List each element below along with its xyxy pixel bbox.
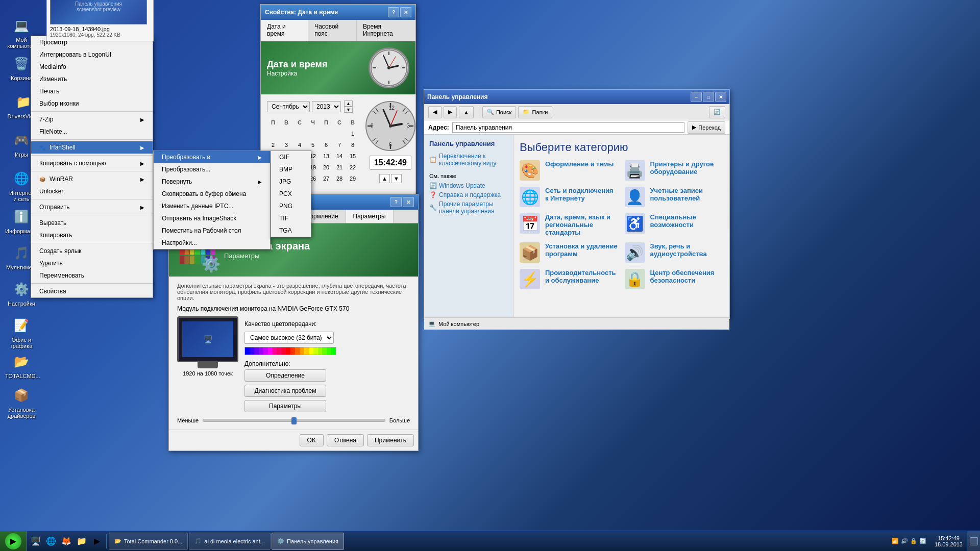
datetime-close-btn[interactable]: ✕ [400, 7, 411, 17]
ctx-send[interactable]: Отправить▶ [31, 201, 153, 213]
ctx-imageshack[interactable]: Отправить на ImageShack [154, 212, 270, 224]
ctx-rename[interactable]: Переименовать [31, 269, 153, 282]
tab-datetime[interactable]: Дата и время [261, 20, 308, 41]
start-button[interactable]: ▶ [0, 531, 27, 552]
cp-close-btn[interactable]: ✕ [715, 92, 726, 102]
ctx-print[interactable]: Печать [31, 85, 153, 97]
year-up-btn[interactable]: ▲ [344, 101, 353, 107]
ctx-convert-dots[interactable]: Преобразовать... [154, 163, 270, 176]
ctx-png[interactable]: PNG [271, 200, 311, 212]
ctx-copy-clipboard[interactable]: Скопировать в буфер обмена [154, 188, 270, 200]
taskbar-clock[interactable]: 15:42:49 18.09.2013 [930, 535, 967, 547]
cp-category-datetime[interactable]: 📅 Дата, время, язык и региональные станд… [520, 213, 619, 236]
ctx-desktop[interactable]: Поместить на Рабочий стол [154, 224, 270, 237]
desktop-icon-totalcmd[interactable]: 📂 TOTALCMD... [5, 352, 38, 379]
taskbar-item-totalcmd[interactable]: 📂 Total Commander 8.0... [109, 533, 188, 550]
ql-desktop[interactable]: 🖥️ [29, 534, 43, 548]
cp-forward-btn[interactable]: ▶ [444, 106, 457, 118]
display-help-btn[interactable]: ? [390, 197, 402, 207]
resolution-slider-thumb[interactable] [291, 417, 297, 424]
ctx-bmp[interactable]: BMP [271, 163, 311, 176]
display-ok-btn[interactable]: OK [300, 434, 324, 446]
cp-category-themes[interactable]: 🎨 Оформление и темы [520, 160, 619, 181]
ctx-icon[interactable]: Выбор иконки [31, 97, 153, 110]
ctx-irfanshell[interactable]: 🐾 IrfanShell ▶ [31, 141, 153, 154]
ctx-logonui[interactable]: Интегрировать в LogonUI [31, 48, 153, 61]
ql-explorer[interactable]: 📁 [75, 534, 89, 548]
quality-select[interactable]: Самое высокое (32 бита) [244, 332, 334, 344]
cp-sidebar-classic[interactable]: 📋 Переключение к классическому виду [429, 152, 508, 168]
btn-diag[interactable]: Диагностика проблем [244, 385, 326, 397]
taskbar: ▶ 🖥️ 🌐 🦊 📁 ▶ 📂 Total Commander 8.0... 🎵 … [0, 531, 980, 551]
desktop-icon-setup[interactable]: 📦 Установкадрайверов [5, 385, 38, 419]
ctx-unlocker[interactable]: Unlocker [31, 185, 153, 197]
ql-firefox[interactable]: 🦊 [59, 534, 74, 548]
btn-params[interactable]: Параметры [244, 400, 326, 412]
cp-sidebar-windows-update[interactable]: 🔄 Windows Update [429, 181, 508, 190]
tab-params[interactable]: Параметры [346, 210, 394, 223]
cp-refresh-btn[interactable]: 🔄 [709, 106, 725, 118]
cp-category-accessibility[interactable]: ♿ Специальные возможности [625, 213, 724, 236]
cp-back-btn[interactable]: ◀ [428, 106, 442, 118]
digital-time: 15:42:49 [370, 156, 411, 170]
ctx-convert-to[interactable]: Преобразовать в▶ [154, 151, 270, 163]
taskbar-item-aldiameola[interactable]: 🎵 al di meola electric ant... [189, 533, 271, 550]
year-select[interactable]: 2013 [312, 101, 341, 112]
cp-min-btn[interactable]: – [691, 92, 702, 102]
address-value[interactable]: Панель управления [452, 122, 684, 133]
ctx-cut[interactable]: Вырезать [31, 217, 153, 229]
datetime-titlebar: Свойства: Дата и время ? ✕ [261, 5, 415, 20]
cp-category-printers[interactable]: 🖨️ Принтеры и другое оборудование [625, 160, 724, 181]
ctx-settings[interactable]: Настройки... [154, 237, 270, 249]
cp-category-sound[interactable]: 🔊 Звук, речь и аудиоустройства [625, 242, 724, 263]
ctx-shortcut[interactable]: Создать ярлык [31, 245, 153, 257]
ctx-iptc[interactable]: Изменить данные IPTC... [154, 200, 270, 212]
ctx-mediainfo[interactable]: MediaInfo [31, 61, 153, 73]
display-apply-btn[interactable]: Применить [367, 434, 414, 446]
cp-max-btn[interactable]: □ [703, 92, 714, 102]
address-go-btn[interactable]: ▶ Переход [688, 121, 725, 134]
ctx-pcx[interactable]: PCX [271, 188, 311, 200]
ctx-properties[interactable]: Свойства [31, 285, 153, 297]
ctx-edit[interactable]: Изменить [31, 73, 153, 85]
show-desktop-btn[interactable] [967, 531, 980, 552]
ctx-7zip[interactable]: 7-Zip▶ [31, 113, 153, 126]
cp-category-users[interactable]: 👤 Учетные записи пользователей [625, 187, 724, 207]
ctx-sep8 [31, 283, 153, 284]
ctx-tif[interactable]: TIF [271, 212, 311, 224]
cp-sidebar-other[interactable]: 🔧 Прочие параметры панели управления [429, 199, 508, 216]
ctx-tga[interactable]: TGA [271, 224, 311, 237]
month-select[interactable]: Сентябрь [267, 101, 310, 112]
time-spin-up[interactable]: ▲ [379, 174, 390, 183]
ctx-gif[interactable]: GIF [271, 151, 311, 163]
ctx-copy-with[interactable]: Копировать с помощью▶ [31, 157, 153, 169]
cp-folders-btn[interactable]: 📁 Папки [518, 106, 552, 118]
ctx-copy[interactable]: Копировать [31, 229, 153, 241]
tab-timezone[interactable]: Часовой пояс [308, 20, 357, 41]
cp-search-btn[interactable]: 🔍 Поиск [482, 106, 516, 118]
tab-internet-time[interactable]: Время Интернета [357, 20, 415, 41]
datetime-help-btn[interactable]: ? [388, 7, 399, 17]
display-cancel-btn[interactable]: Отмена [327, 434, 364, 446]
cp-category-software[interactable]: 📦 Установка и удаление программ [520, 242, 619, 263]
cp-category-performance[interactable]: ⚡ Производительность и обслуживание [520, 269, 619, 289]
ql-ie[interactable]: 🌐 [44, 534, 58, 548]
ctx-view[interactable]: Просмотр [31, 36, 153, 48]
ctx-delete[interactable]: Удалить [31, 257, 153, 269]
display-close-btn[interactable]: ✕ [403, 197, 414, 207]
cp-category-network[interactable]: 🌐 Сеть и подключения к Интернету [520, 187, 619, 207]
ctx-winrar[interactable]: 📦 WinRAR ▶ [31, 173, 153, 185]
accessibility-icon: ♿ [625, 213, 645, 234]
ctx-rotate[interactable]: Повернуть▶ [154, 176, 270, 188]
cp-category-security[interactable]: 🔒 Центр обеспечения безопасности [625, 269, 724, 289]
taskbar-item-controlpanel[interactable]: ⚙️ Панель управления [272, 533, 344, 550]
ctx-filenote[interactable]: FileNote... [31, 126, 153, 138]
cp-up-btn[interactable]: ▲ [459, 106, 474, 118]
ctx-jpg[interactable]: JPG [271, 176, 311, 188]
year-down-btn[interactable]: ▼ [344, 107, 353, 113]
ql-media[interactable]: ▶ [90, 534, 104, 548]
desktop-icon-office[interactable]: 📝 Офис играфика [5, 315, 38, 349]
time-spin-down[interactable]: ▼ [391, 174, 402, 183]
btn-define[interactable]: Определение [244, 369, 326, 382]
cp-sidebar-help[interactable]: ❓ Справка и поддержка [429, 190, 508, 199]
